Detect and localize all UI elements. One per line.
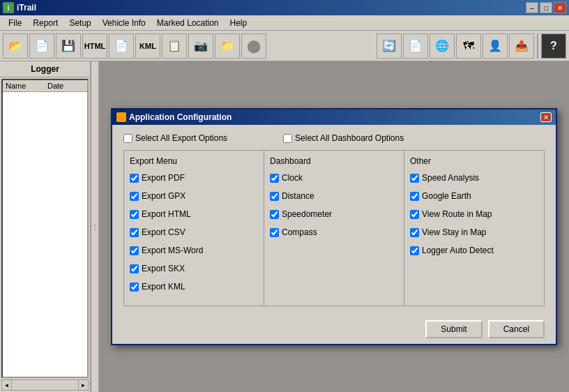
tb-folder-button[interactable]: 📁 — [215, 33, 240, 59]
tb-doc-button[interactable]: 📄 — [29, 33, 54, 59]
select-all-dashboard-checkbox[interactable] — [283, 134, 292, 143]
google-earth-label[interactable]: Google Earth — [410, 191, 538, 201]
scroll-left-button[interactable]: ◄ — [2, 380, 12, 390]
tb-doc2-button[interactable]: 📄 — [403, 33, 428, 59]
sidebar-collapse-handle[interactable]: ⋮ — [91, 61, 99, 392]
sidebar-header: Logger — [0, 61, 90, 77]
speed-analysis-label[interactable]: Speed Analysis — [410, 173, 538, 183]
export-csv-checkbox[interactable] — [130, 228, 139, 237]
export-pdf-label[interactable]: Export PDF — [130, 173, 258, 183]
export-msword-checkbox[interactable] — [130, 246, 139, 255]
export-csv-label[interactable]: Export CSV — [130, 227, 185, 237]
content-area: Application Configuration ✕ Select All E… — [99, 61, 569, 392]
speedometer-label[interactable]: Speedometer — [270, 209, 398, 219]
tb-web-button[interactable]: 🌐 — [430, 33, 455, 59]
modal-overlay: Application Configuration ✕ Select All E… — [99, 61, 569, 392]
tb-save-button[interactable]: 💾 — [56, 33, 81, 59]
tb-open-button[interactable]: 📂 — [3, 33, 28, 59]
export-menu-header: Export Menu — [130, 156, 258, 166]
clock-label[interactable]: Clock — [270, 173, 398, 183]
submit-button[interactable]: Submit — [425, 320, 482, 338]
distance-checkbox[interactable] — [270, 192, 279, 201]
export-pdf-checkbox[interactable] — [130, 174, 139, 183]
export-kml-checkbox[interactable] — [130, 282, 139, 292]
tb-html-button[interactable]: HTML — [82, 33, 107, 59]
menu-bar: File Report Setup Vehicle Info Marked Lo… — [0, 15, 569, 31]
tb-circle-button[interactable]: ⬤ — [241, 33, 266, 59]
logger-auto-checkbox[interactable] — [410, 246, 419, 255]
menu-item-report[interactable]: Report — [27, 17, 63, 29]
options-grid: Export Menu Export PDF Export — [123, 150, 545, 306]
dialog-title-bar: Application Configuration ✕ — [112, 110, 556, 125]
menu-item-help[interactable]: Help — [225, 17, 253, 29]
export-gpx-inline-checkbox[interactable] — [130, 192, 139, 201]
compass-checkbox[interactable] — [270, 228, 279, 237]
window-title: iTrail — [17, 3, 36, 13]
export-html-checkbox[interactable] — [130, 210, 139, 219]
google-earth-checkbox[interactable] — [410, 192, 419, 201]
clock-checkbox[interactable] — [270, 174, 279, 183]
menu-item-vehicle-info[interactable]: Vehicle Info — [97, 17, 151, 29]
toolbar: 📂 📄 💾 HTML 📄 KML 📋 📷 📁 ⬤ 🔄 📄 🌐 🗺 👤 📤 ? — [0, 31, 569, 61]
option-row: Speed Analysis — [410, 173, 538, 183]
view-route-checkbox[interactable] — [410, 210, 419, 219]
menu-item-marked-location[interactable]: Marked Location — [151, 17, 225, 29]
select-all-export-checkbox[interactable] — [123, 134, 132, 143]
close-button[interactable]: ✕ — [554, 2, 566, 13]
tb-refresh-button[interactable]: 🔄 — [377, 33, 402, 59]
restore-button[interactable]: □ — [540, 2, 552, 13]
view-stay-label[interactable]: View Stay in Map — [410, 227, 538, 237]
export-skx-label[interactable]: Export SKX — [130, 264, 185, 273]
col-name-header: Name — [6, 82, 47, 90]
sidebar-scroll-horizontal: ◄ ► — [1, 379, 89, 391]
export-msword-label[interactable]: Export MS-Word — [130, 246, 258, 255]
logger-auto-label[interactable]: Logger Auto Detect — [410, 246, 538, 255]
option-row: Distance — [270, 191, 398, 201]
select-all-dashboard-label[interactable]: Select All Dashboard Options — [283, 133, 404, 143]
other-column: Other Speed Analysis Google Ea — [404, 151, 544, 306]
dialog-close-button[interactable]: ✕ — [540, 112, 552, 122]
other-header: Other — [410, 156, 538, 166]
option-row: Google Earth — [410, 191, 538, 201]
option-row: Export KML — [130, 282, 258, 292]
view-route-label[interactable]: View Route in Map — [410, 209, 538, 219]
tb-map-button[interactable]: 🗺 — [456, 33, 481, 59]
export-kml-label[interactable]: Export KML — [130, 282, 258, 292]
option-row: Compass — [270, 227, 398, 237]
tb-camera-button[interactable]: 📷 — [188, 33, 213, 59]
tb-file-button[interactable]: 📄 — [109, 33, 134, 59]
dialog-body: Select All Export Options Select All Das… — [112, 125, 556, 315]
distance-label[interactable]: Distance — [270, 191, 398, 201]
option-row: Export HTML — [130, 209, 258, 219]
scroll-right-button[interactable]: ► — [78, 380, 88, 390]
sidebar: Logger Name Date ◄ ► — [0, 61, 91, 392]
cancel-button[interactable]: Cancel — [488, 320, 545, 338]
menu-item-setup[interactable]: Setup — [63, 17, 96, 29]
sidebar-table-header: Name Date — [3, 80, 87, 92]
app-icon: i — [3, 2, 14, 13]
speedometer-checkbox[interactable] — [270, 210, 279, 219]
menu-item-file[interactable]: File — [3, 17, 27, 29]
export-html-label[interactable]: Export HTML — [130, 209, 258, 219]
tb-kml-button[interactable]: KML — [135, 33, 160, 59]
tb-help-button[interactable]: ? — [541, 33, 566, 59]
dialog-title-label: Application Configuration — [129, 112, 232, 122]
export-menu-column: Export Menu Export PDF Export — [124, 151, 264, 306]
col-date-header: Date — [47, 82, 84, 90]
dialog-title-icon — [116, 112, 126, 122]
compass-label[interactable]: Compass — [270, 227, 398, 237]
minimize-button[interactable]: – — [526, 2, 538, 13]
tb-user-button[interactable]: 👤 — [483, 33, 508, 59]
view-stay-checkbox[interactable] — [410, 228, 419, 237]
tb-export-button[interactable]: 📤 — [509, 33, 534, 59]
window-controls: – □ ✕ — [526, 2, 566, 13]
option-row: Logger Auto Detect — [410, 246, 538, 255]
export-skx-checkbox[interactable] — [130, 264, 139, 273]
option-row: View Route in Map — [410, 209, 538, 219]
option-row: Clock — [270, 173, 398, 183]
speed-analysis-checkbox[interactable] — [410, 174, 419, 183]
title-bar: i iTrail – □ ✕ — [0, 0, 569, 15]
select-all-export-label[interactable]: Select All Export Options — [123, 133, 227, 143]
export-gpx-inline-label[interactable]: Export GPX — [130, 191, 185, 201]
tb-print-button[interactable]: 📋 — [162, 33, 187, 59]
